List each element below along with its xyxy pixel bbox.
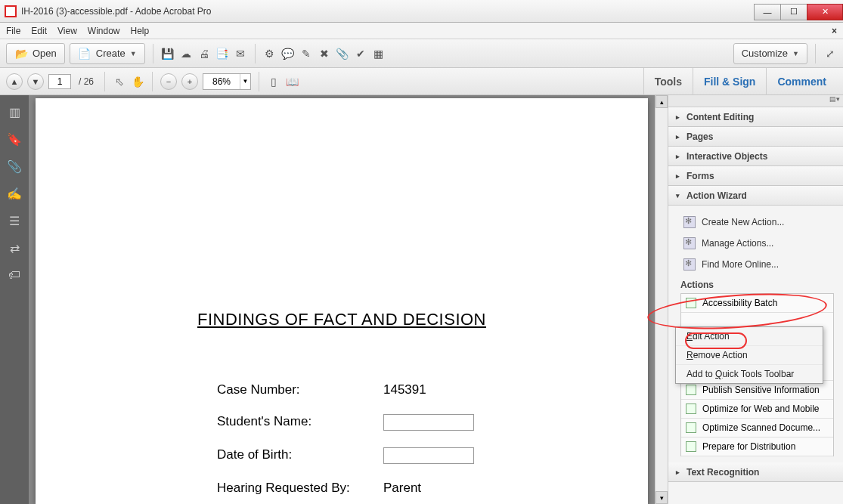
thumbnails-icon[interactable]: ▥	[7, 104, 22, 119]
context-add-quick-tools[interactable]: Add to Quick Tools Toolbar	[676, 365, 823, 383]
open-button[interactable]: 📂 Open	[6, 43, 65, 64]
cloud-upload-icon[interactable]: ☁	[179, 47, 193, 60]
menu-bar: File Edit View Window Help ×	[0, 23, 843, 39]
tools-panel: ▤▾ ▸Content Editing ▸Pages ▸Interactive …	[668, 95, 843, 504]
form-icon[interactable]: ▦	[372, 47, 386, 60]
tab-tools[interactable]: Tools	[643, 68, 693, 95]
vertical-scrollbar[interactable]: ▴ ▾	[655, 95, 668, 504]
hearing-requested-label: Hearing Requested By:	[217, 481, 383, 496]
mail-icon[interactable]: ✉	[234, 47, 247, 60]
scroll-down-icon[interactable]: ▾	[655, 491, 668, 504]
cm-remove-rest: emove Action	[693, 350, 748, 360]
document-close-icon[interactable]: ×	[832, 26, 837, 36]
save-icon[interactable]: 💾	[161, 47, 175, 60]
comment-bubble-icon[interactable]: 💬	[281, 47, 295, 60]
attachments-icon[interactable]: 📎	[7, 159, 22, 174]
delete-icon[interactable]: ✖	[318, 47, 331, 60]
student-name-input[interactable]	[383, 414, 474, 431]
action-item-icon	[686, 422, 696, 433]
create-new-action-link[interactable]: Create New Action...	[680, 212, 843, 233]
globe-icon	[683, 258, 696, 271]
nav-toolbar: ▲ ▼ / 26 ⬁ ✋ − + 86% ▼ ▯ 📖 Tools Fill & …	[0, 68, 843, 95]
hearing-requested-value: Parent	[383, 481, 421, 496]
zoom-out-button[interactable]: −	[160, 73, 177, 90]
window-titlebar: IH-2016 (3)-accessible.pdf - Adobe Acrob…	[0, 0, 843, 23]
manage-actions-link[interactable]: Manage Actions...	[680, 233, 843, 254]
menu-help[interactable]: Help	[131, 26, 150, 36]
caret-right-icon: ▸	[676, 133, 682, 141]
print-icon[interactable]: 🖨	[197, 47, 211, 60]
next-page-button[interactable]: ▼	[27, 73, 44, 90]
customize-button[interactable]: Customize ▼	[733, 43, 807, 64]
section-interactive-objects[interactable]: ▸Interactive Objects	[668, 147, 843, 166]
action-accessibility-batch[interactable]: Accessibility Batch	[681, 294, 833, 313]
minimize-button[interactable]: —	[754, 4, 781, 20]
panel-options-icon[interactable]: ▤▾	[668, 95, 843, 107]
action-optimize-scanned[interactable]: Optimize Scanned Docume...	[681, 419, 833, 438]
field-row-dob: Date of Birth:	[217, 447, 603, 464]
manage-actions-icon	[683, 237, 696, 249]
work-area: ▥ 🔖 📎 ✍ ☰ ⇄ 🏷 FINDINGS OF FACT AND DECIS…	[0, 95, 843, 504]
check-icon[interactable]: ✔	[354, 47, 367, 60]
action-item-icon	[686, 404, 696, 414]
cm-edit-rest: dit Action	[693, 331, 730, 342]
menu-edit[interactable]: Edit	[31, 26, 47, 36]
window-buttons: — ☐ ✕	[754, 2, 843, 20]
student-name-label: Student's Name:	[217, 414, 383, 431]
section-forms[interactable]: ▸Forms	[668, 166, 843, 186]
menu-file[interactable]: File	[6, 26, 20, 36]
tab-comment[interactable]: Comment	[766, 68, 837, 95]
action-optimize-web[interactable]: Optimize for Web and Mobile	[681, 400, 833, 419]
main-toolbar: 📂 Open 📄 Create ▼ 💾 ☁ 🖨 📑 ✉ ⚙ 💬 ✎ ✖ 📎 ✔ …	[0, 39, 843, 68]
zoom-combo[interactable]: 86% ▼	[203, 73, 251, 90]
page-count: / 26	[76, 76, 97, 87]
attach-icon[interactable]: 📎	[336, 47, 349, 60]
hand-tool-icon[interactable]: ✋	[131, 75, 144, 88]
fullscreen-icon[interactable]: ⤢	[823, 47, 837, 60]
tags-icon[interactable]: 🏷	[7, 267, 22, 283]
context-edit-action[interactable]: Edit Action	[676, 327, 823, 346]
select-tool-icon[interactable]: ⬁	[113, 75, 126, 88]
read-mode-icon[interactable]: 📖	[285, 75, 299, 88]
doc-share-icon[interactable]: 📑	[215, 47, 229, 60]
context-remove-action[interactable]: Remove Action	[676, 346, 823, 365]
section-action-wizard[interactable]: ▾Action Wizard	[668, 186, 843, 206]
toolbar-separator	[152, 72, 153, 91]
edit-text-icon[interactable]: ✎	[299, 47, 313, 60]
zoom-value[interactable]: 86%	[203, 74, 240, 89]
create-label: Create	[96, 48, 126, 59]
tab-fill-sign[interactable]: Fill & Sign	[693, 68, 766, 95]
prev-page-button[interactable]: ▲	[6, 73, 23, 90]
fit-page-icon[interactable]: ▯	[267, 75, 280, 88]
toolbar-separator	[255, 44, 256, 63]
open-label: Open	[33, 48, 57, 59]
document-heading: FINDINGS OF FACT AND DECISION	[81, 310, 603, 329]
signatures-icon[interactable]: ✍	[7, 186, 22, 201]
maximize-button[interactable]: ☐	[780, 4, 807, 20]
document-pane[interactable]: FINDINGS OF FACT AND DECISION Case Numbe…	[29, 95, 655, 504]
find-more-online-link[interactable]: Find More Online...	[680, 254, 843, 275]
action-prepare-distribution[interactable]: Prepare for Distribution	[681, 438, 833, 456]
create-button[interactable]: 📄 Create ▼	[70, 43, 145, 64]
toolbar-separator	[104, 72, 105, 91]
menu-view[interactable]: View	[57, 26, 77, 36]
create-pdf-icon: 📄	[78, 47, 91, 60]
zoom-in-button[interactable]: +	[181, 73, 198, 90]
bookmarks-icon[interactable]: 🔖	[7, 131, 22, 147]
section-pages[interactable]: ▸Pages	[668, 127, 843, 147]
toolbar-separator	[153, 44, 153, 63]
menu-window[interactable]: Window	[88, 26, 120, 36]
action-item-icon	[686, 298, 696, 308]
caret-right-icon: ▸	[676, 153, 682, 160]
scroll-up-icon[interactable]: ▴	[655, 95, 668, 108]
gear-icon[interactable]: ⚙	[263, 47, 277, 60]
section-content-editing[interactable]: ▸Content Editing	[668, 107, 843, 127]
action-item-icon	[686, 441, 696, 452]
close-button[interactable]: ✕	[807, 4, 843, 20]
chevron-down-icon[interactable]: ▼	[240, 74, 250, 89]
section-text-recognition[interactable]: ▸Text Recognition	[668, 462, 843, 482]
order-icon[interactable]: ⇄	[7, 240, 22, 255]
content-icon[interactable]: ☰	[7, 213, 22, 228]
dob-input[interactable]	[383, 447, 474, 464]
page-number-input[interactable]	[48, 74, 71, 89]
